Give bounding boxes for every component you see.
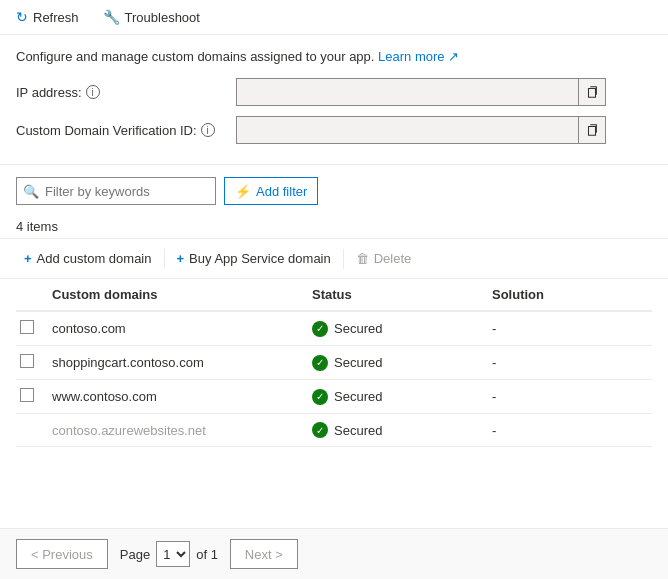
- search-icon: 🔍: [23, 184, 39, 199]
- col-solution: Solution: [488, 279, 652, 311]
- delete-button[interactable]: 🗑 Delete: [348, 247, 420, 270]
- add-custom-domain-icon: +: [24, 251, 32, 266]
- footer: < Previous Page 1 of 1 Next >: [0, 528, 668, 579]
- col-custom-domains: Custom domains: [48, 279, 308, 311]
- row-status-0: ✓Secured: [308, 311, 488, 346]
- previous-button[interactable]: < Previous: [16, 539, 108, 569]
- row-checkbox-cell: [16, 346, 48, 380]
- buy-domain-icon: +: [177, 251, 185, 266]
- row-domain-0: contoso.com: [48, 311, 308, 346]
- col-status: Status: [308, 279, 488, 311]
- row-checkbox-cell: [16, 414, 48, 447]
- troubleshoot-label: Troubleshoot: [125, 10, 200, 25]
- status-icon-2: ✓: [312, 389, 328, 405]
- row-solution-2: -: [488, 380, 652, 414]
- row-status-3: ✓Secured: [308, 414, 488, 447]
- domains-table-wrap: Custom domains Status Solution contoso.c…: [0, 279, 668, 447]
- copy-icon: [585, 85, 599, 99]
- status-text-2: Secured: [334, 389, 382, 404]
- action-separator-1: [164, 249, 165, 269]
- delete-icon: 🗑: [356, 251, 369, 266]
- filter-icon: ⚡: [235, 184, 251, 199]
- add-filter-button[interactable]: ⚡ Add filter: [224, 177, 318, 205]
- row-status-1: ✓Secured: [308, 346, 488, 380]
- page-label: Page 1 of 1: [120, 541, 218, 567]
- status-icon-3: ✓: [312, 422, 328, 438]
- troubleshoot-button[interactable]: 🔧 Troubleshoot: [99, 6, 204, 28]
- verification-id-input-wrap: [236, 116, 606, 144]
- table-row: shoppingcart.contoso.com✓Secured-: [16, 346, 652, 380]
- refresh-label: Refresh: [33, 10, 79, 25]
- status-text-0: Secured: [334, 321, 382, 336]
- ip-address-label: IP address: i: [16, 85, 236, 100]
- row-status-2: ✓Secured: [308, 380, 488, 414]
- info-section: Configure and manage custom domains assi…: [0, 35, 668, 165]
- status-text-3: Secured: [334, 423, 382, 438]
- col-checkbox: [16, 279, 48, 311]
- row-domain-2: www.contoso.com: [48, 380, 308, 414]
- filter-row: 🔍 ⚡ Add filter: [16, 177, 652, 205]
- items-count: 4 items: [0, 213, 668, 238]
- row-checkbox-1[interactable]: [20, 354, 34, 368]
- refresh-icon: ↻: [16, 9, 28, 25]
- filter-section: 🔍 ⚡ Add filter: [0, 165, 668, 213]
- info-description: Configure and manage custom domains assi…: [16, 49, 652, 64]
- next-button[interactable]: Next >: [230, 539, 298, 569]
- status-icon-1: ✓: [312, 355, 328, 371]
- table-row: contoso.azurewebsites.net✓Secured-: [16, 414, 652, 447]
- page-select[interactable]: 1: [156, 541, 190, 567]
- row-solution-0: -: [488, 311, 652, 346]
- toolbar: ↻ Refresh 🔧 Troubleshoot: [0, 0, 668, 35]
- ip-address-row: IP address: i: [16, 78, 652, 106]
- verification-id-row: Custom Domain Verification ID: i: [16, 116, 652, 144]
- search-input[interactable]: [45, 184, 209, 199]
- ip-address-input[interactable]: [237, 85, 578, 100]
- search-box: 🔍: [16, 177, 216, 205]
- row-domain-3: contoso.azurewebsites.net: [48, 414, 308, 447]
- row-checkbox-2[interactable]: [20, 388, 34, 402]
- troubleshoot-icon: 🔧: [103, 9, 120, 25]
- row-checkbox-cell: [16, 311, 48, 346]
- copy-icon-2: [585, 123, 599, 137]
- buy-app-service-domain-button[interactable]: + Buy App Service domain: [169, 247, 339, 270]
- action-bar: + Add custom domain + Buy App Service do…: [0, 238, 668, 279]
- row-domain-1: shoppingcart.contoso.com: [48, 346, 308, 380]
- table-row: contoso.com✓Secured-: [16, 311, 652, 346]
- row-solution-1: -: [488, 346, 652, 380]
- verification-id-label: Custom Domain Verification ID: i: [16, 123, 236, 138]
- verification-id-info-icon[interactable]: i: [201, 123, 215, 137]
- ip-address-input-wrap: [236, 78, 606, 106]
- table-row: www.contoso.com✓Secured-: [16, 380, 652, 414]
- verification-id-input[interactable]: [237, 123, 578, 138]
- refresh-button[interactable]: ↻ Refresh: [12, 6, 83, 28]
- learn-more-link[interactable]: Learn more ↗: [378, 49, 459, 64]
- verification-id-copy-button[interactable]: [578, 117, 605, 143]
- row-checkbox-0[interactable]: [20, 320, 34, 334]
- table-header-row: Custom domains Status Solution: [16, 279, 652, 311]
- status-icon-0: ✓: [312, 321, 328, 337]
- ip-address-copy-button[interactable]: [578, 79, 605, 105]
- add-custom-domain-button[interactable]: + Add custom domain: [16, 247, 160, 270]
- domains-table: Custom domains Status Solution contoso.c…: [16, 279, 652, 447]
- row-checkbox-cell: [16, 380, 48, 414]
- status-text-1: Secured: [334, 355, 382, 370]
- row-solution-3: -: [488, 414, 652, 447]
- ip-address-info-icon[interactable]: i: [86, 85, 100, 99]
- action-separator-2: [343, 249, 344, 269]
